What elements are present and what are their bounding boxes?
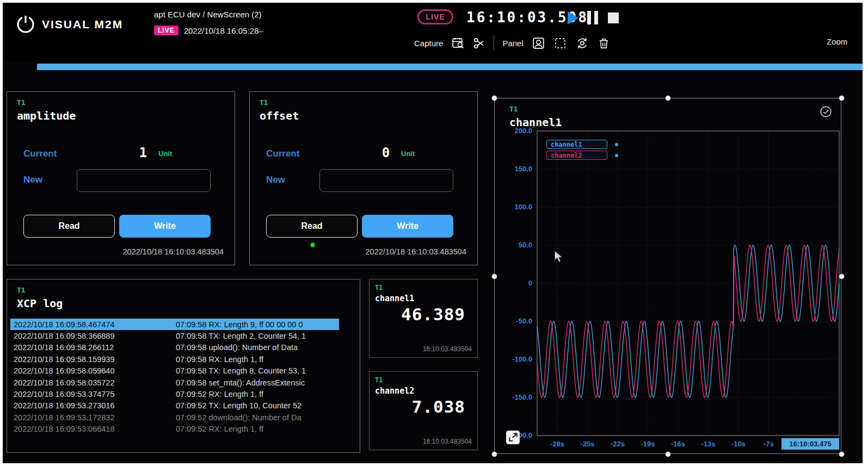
new-label: New — [266, 175, 285, 185]
capture-range-icon[interactable] — [451, 36, 465, 50]
screen-info: apt ECU dev / NewScreen (2) LIVE 2022/10… — [154, 10, 263, 35]
play-button[interactable] — [568, 11, 578, 24]
resize-handle-bottom-right[interactable] — [839, 451, 845, 457]
stop-button[interactable] — [608, 13, 619, 23]
svg-text:-16s: -16s — [671, 440, 685, 448]
panel-stamp-icon[interactable] — [532, 36, 545, 50]
trash-icon[interactable] — [598, 36, 610, 50]
log-row[interactable]: 2022/10/18 16:09:58.46747407:09:58 RX: L… — [10, 319, 339, 330]
write-button[interactable]: Write — [119, 215, 211, 238]
panel-tag: T1 — [375, 376, 383, 384]
recording-live-badge: LIVE — [154, 26, 178, 35]
resize-handle-mid-right[interactable] — [839, 273, 845, 279]
panel-tag: T1 — [509, 105, 518, 113]
svg-text:-7s: -7s — [764, 440, 774, 448]
panel-label: Panel — [502, 39, 523, 48]
log-time: 2022/10/18 16:09:58.467474 — [14, 320, 176, 329]
screen-title: apt ECU dev / NewScreen (2) — [154, 10, 263, 19]
log-row[interactable]: 2022/10/18 16:09:53.27301607:09:52 TX: L… — [10, 400, 339, 412]
log-message: 07:09:58 TX: Length 8, Counter 53, 1 — [176, 366, 339, 375]
legend-dot-icon[interactable] — [615, 143, 618, 146]
capture-label: Capture — [414, 39, 443, 48]
current-label: Current — [23, 148, 57, 159]
pause-button[interactable] — [587, 11, 598, 24]
sync-settings-icon[interactable] — [575, 36, 589, 50]
svg-text:-28s: -28s — [550, 440, 564, 448]
panel-title: offset — [260, 109, 299, 122]
log-row[interactable]: 2022/10/18 16:09:53.37477507:09:52 RX: L… — [10, 388, 339, 400]
log-row[interactable]: 2022/10/18 16:09:58.36688907:09:58 TX: L… — [10, 330, 339, 341]
log-row[interactable]: 2022/10/18 16:09:58.26611207:09:58 uploa… — [10, 342, 339, 353]
log-row[interactable]: 2022/10/18 16:09:53.06641807:09:52 RX: L… — [10, 424, 339, 435]
log-time: 2022/10/18 16:09:53.066418 — [14, 425, 176, 433]
expand-icon[interactable] — [506, 430, 520, 447]
channel1-value: 46.389 — [401, 304, 465, 324]
live-mode-pill[interactable]: LIVE — [417, 9, 453, 24]
panel-title: XCP log — [17, 297, 63, 310]
resize-handle-bottom-left[interactable] — [491, 451, 497, 457]
panel-title: channel2 — [375, 386, 414, 396]
resize-handle-bottom-center[interactable] — [665, 451, 671, 457]
status-indicator-dot — [311, 243, 315, 247]
logo: VISUAL M2M — [15, 14, 123, 35]
current-value: 0 — [374, 145, 398, 160]
toolbar: Capture Panel — [414, 34, 610, 52]
log-message: 07:09:58 set_mta(): AddressExtensic — [176, 378, 339, 387]
current-label: Current — [266, 148, 299, 159]
legend-item[interactable]: channel2 — [546, 151, 618, 160]
panel-title: channel1 — [375, 294, 414, 303]
new-value-input[interactable] — [77, 169, 211, 192]
resize-handle-mid-left[interactable] — [491, 273, 497, 279]
power-logo-icon — [15, 14, 36, 35]
log-time: 2022/10/18 16:09:58.159939 — [14, 355, 176, 364]
panel-tag: T1 — [260, 98, 268, 107]
scissors-icon[interactable] — [473, 37, 485, 49]
svg-text:-150.0: -150.0 — [512, 393, 532, 401]
log-time: 2022/10/18 16:09:58.266112 — [14, 343, 176, 352]
log-time: 2022/10/18 16:09:53.374775 — [14, 390, 176, 399]
recording-start-time: 2022/10/18 16:05:28– — [184, 26, 263, 35]
log-row[interactable]: 2022/10/18 16:09:58.15993907:09:58 RX: L… — [10, 353, 339, 365]
read-button[interactable]: Read — [266, 215, 358, 238]
offset-panel: T1 offset Current 0 Unit New Read Write … — [249, 91, 478, 265]
log-row[interactable]: 2022/10/18 16:09:58.05964007:09:58 TX: L… — [10, 365, 339, 377]
svg-text:200.0: 200.0 — [514, 127, 532, 135]
panel-tag: T1 — [17, 98, 26, 107]
new-value-input[interactable] — [319, 169, 453, 192]
channel1-value-panel: T1 channel1 46.389 16:10:03.483504 — [369, 279, 478, 358]
chart-panel: T1 channel1 channel1channel2 200.0150.01… — [494, 98, 841, 454]
log-message: 07:09:58 TX: Length 2, Counter 54, 1 — [176, 332, 339, 340]
resize-handle-top-left[interactable] — [491, 95, 497, 101]
log-row[interactable]: 2022/10/18 16:09:58.03572207:09:58 set_m… — [10, 377, 339, 388]
log-message: 07:09:52 RX: Length 1, ff — [176, 390, 339, 399]
svg-text:-50.0: -50.0 — [516, 317, 532, 325]
header: VISUAL M2M apt ECU dev / NewScreen (2) L… — [3, 3, 863, 61]
zoom-label[interactable]: Zoom — [827, 37, 847, 46]
write-button[interactable]: Write — [362, 215, 453, 238]
resize-handle-top-right[interactable] — [839, 95, 845, 101]
legend-label: channel1 — [546, 140, 607, 149]
panel-timestamp: 2022/10/18 16:10:03.483504 — [366, 247, 466, 256]
panel-timestamp: 2022/10/18 16:10:03.483504 — [123, 247, 224, 256]
xcp-log-rows: 2022/10/18 16:09:58.46747407:09:58 RX: L… — [10, 319, 339, 435]
toolbar-divider — [494, 35, 494, 51]
read-button[interactable]: Read — [23, 215, 115, 238]
log-row[interactable]: 2022/10/18 16:09:53.17283207:09:52 downl… — [10, 412, 339, 423]
resize-handle-top-center[interactable] — [665, 95, 671, 101]
panel-tag: T1 — [17, 286, 26, 294]
timeline-progress-bar[interactable] — [37, 64, 863, 70]
svg-text:150.0: 150.0 — [514, 165, 532, 173]
svg-text:0: 0 — [528, 279, 532, 287]
chart-plot-area[interactable]: 200.0150.0100.050.00-50.0-100.0-150.0-20… — [495, 127, 842, 453]
xcp-log-panel: T1 XCP log 2022/10/18 16:09:58.46747407:… — [7, 279, 360, 453]
chart-legend: channel1channel2 — [546, 140, 618, 161]
check-circle-icon[interactable] — [819, 105, 833, 121]
unit-label: Unit — [401, 150, 415, 158]
svg-text:-25s: -25s — [580, 440, 594, 448]
log-time: 2022/10/18 16:09:58.059640 — [14, 366, 176, 375]
current-value: 1 — [131, 145, 155, 160]
legend-dot-icon[interactable] — [615, 154, 618, 157]
log-message: 07:09:52 TX: Length 10, Counter 52 — [176, 401, 339, 410]
legend-item[interactable]: channel1 — [546, 140, 618, 149]
selection-area-icon[interactable] — [553, 36, 567, 50]
